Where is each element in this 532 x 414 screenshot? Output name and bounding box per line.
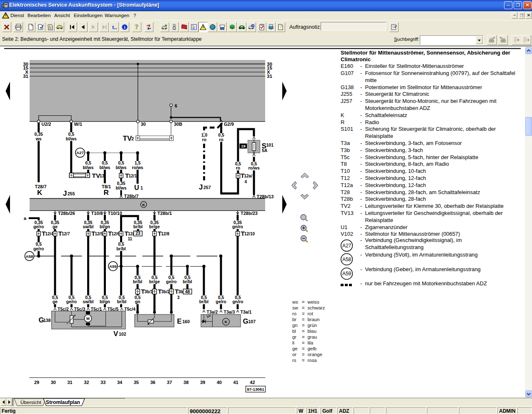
- svg-text:37: 37: [167, 380, 172, 385]
- svg-text:31: 31: [23, 74, 28, 79]
- svg-text:A58: A58: [26, 254, 34, 259]
- svg-text:sw/bl: sw/bl: [83, 224, 94, 229]
- svg-text:K: K: [37, 189, 43, 197]
- svg-text:br/ge: br/ge: [149, 224, 160, 229]
- svg-text:T5c/1: T5c/1: [91, 307, 102, 312]
- svg-text:bl/gn: bl/gn: [100, 299, 110, 304]
- svg-text:1: 1: [141, 185, 143, 190]
- svg-text:T3a/1: T3a/1: [241, 309, 252, 314]
- svg-text:23: 23: [136, 231, 141, 236]
- svg-text:3b/2: 3b/2: [161, 289, 170, 294]
- svg-text:ro: ro: [236, 166, 240, 170]
- svg-text:40: 40: [217, 380, 222, 385]
- svg-text:A58: A58: [342, 257, 351, 262]
- svg-text:T10/8: T10/8: [91, 211, 103, 216]
- svg-text:32: 32: [84, 380, 89, 385]
- svg-text:ro/ws: ro/ws: [248, 166, 260, 170]
- svg-text:A27: A27: [342, 243, 351, 249]
- svg-text:T5c/3: T5c/3: [74, 307, 85, 312]
- svg-text:T10/10: T10/10: [108, 211, 122, 216]
- svg-text:19: 19: [241, 144, 246, 148]
- svg-text:Übersicht: Übersicht: [20, 399, 42, 405]
- svg-text:ge/ro: ge/ro: [33, 224, 44, 229]
- svg-text:30: 30: [141, 122, 146, 127]
- svg-text:br/bl: br/bl: [133, 279, 143, 284]
- svg-text:30B: 30B: [174, 122, 182, 127]
- svg-text:T5c/4: T5c/4: [124, 307, 136, 312]
- svg-text:bl/ws: bl/ws: [116, 165, 127, 170]
- svg-text:sw/bl: sw/bl: [83, 299, 94, 304]
- svg-text:V: V: [113, 330, 118, 338]
- svg-text:12/4: 12/4: [45, 232, 54, 236]
- svg-text:?: ?: [135, 24, 138, 30]
- svg-text:T5c/2: T5c/2: [58, 307, 69, 312]
- svg-text:i: i: [124, 25, 125, 30]
- svg-text:T28b/1: T28b/1: [158, 211, 172, 216]
- svg-text:6: 6: [175, 103, 177, 108]
- svg-text:gn/ro: gn/ro: [233, 299, 243, 304]
- svg-text:12/7: 12/7: [62, 232, 70, 236]
- svg-text:J: J: [199, 183, 203, 191]
- svg-text:255: 255: [68, 191, 75, 196]
- svg-text:T28b/13: T28b/13: [257, 194, 274, 199]
- svg-text:97-13061: 97-13061: [247, 387, 264, 392]
- svg-text:br/bl: br/bl: [116, 247, 126, 251]
- svg-text:3: 3: [177, 295, 180, 300]
- svg-text:48: 48: [185, 289, 190, 294]
- svg-text:T28b/7: T28b/7: [124, 194, 139, 199]
- svg-text:4: 4: [245, 180, 247, 184]
- svg-text:34: 34: [117, 380, 123, 385]
- svg-text:A59: A59: [109, 264, 117, 269]
- svg-text:bl/gn: bl/gn: [100, 224, 110, 229]
- svg-text:12/: 12/: [128, 232, 134, 236]
- svg-text:ge/ro: ge/ro: [166, 279, 176, 284]
- svg-text:TV: TV: [123, 135, 132, 142]
- svg-text:J: J: [63, 190, 67, 197]
- svg-text:12/8: 12/8: [161, 232, 170, 236]
- svg-text:12a/: 12a/: [244, 174, 253, 178]
- svg-text:36: 36: [150, 380, 155, 385]
- svg-text:U: U: [134, 184, 139, 191]
- svg-text:T28b/23: T28b/23: [241, 211, 258, 216]
- svg-text:29: 29: [34, 380, 39, 385]
- svg-text:160: 160: [183, 319, 190, 324]
- svg-text:W/1: W/1: [74, 122, 83, 127]
- svg-text:11: 11: [128, 237, 133, 241]
- svg-text:TV: TV: [92, 172, 100, 179]
- svg-text:12/1: 12/1: [129, 174, 137, 178]
- svg-text:31: 31: [267, 74, 272, 79]
- svg-text:br/bl: br/bl: [117, 299, 127, 304]
- svg-text:ge: ge: [53, 224, 58, 229]
- svg-text:G: G: [243, 317, 248, 325]
- svg-text:?: ?: [279, 25, 282, 30]
- svg-text:ge/ro: ge/ro: [33, 247, 44, 251]
- svg-text:ge: ge: [53, 299, 58, 304]
- svg-text:T5c/5: T5c/5: [108, 307, 119, 312]
- svg-text:T3a/2: T3a/2: [207, 309, 218, 314]
- svg-text:R: R: [104, 189, 109, 197]
- svg-text:30: 30: [51, 380, 56, 385]
- svg-text:a: a: [24, 216, 27, 221]
- svg-text:br/bl: br/bl: [183, 279, 192, 284]
- svg-text:bl/ws: bl/ws: [83, 165, 94, 170]
- svg-text:107: 107: [248, 319, 256, 324]
- svg-text:ge/ro: ge/ro: [216, 299, 226, 304]
- svg-text:33: 33: [100, 380, 105, 385]
- svg-text:br/bl: br/bl: [133, 224, 143, 229]
- svg-text:102: 102: [119, 332, 126, 337]
- svg-text:101: 101: [266, 142, 274, 147]
- svg-text:42: 42: [250, 380, 255, 385]
- svg-text:38: 38: [183, 380, 188, 385]
- svg-text:ro/ws: ro/ws: [132, 165, 143, 170]
- svg-text:12/10: 12/10: [244, 232, 255, 236]
- svg-text:bl/ws: bl/ws: [99, 165, 110, 170]
- svg-text:E: E: [177, 317, 182, 325]
- svg-text:bl/ws: bl/ws: [116, 186, 127, 190]
- svg-text:Stromlaufplan: Stromlaufplan: [46, 399, 80, 405]
- svg-text:T3a/3: T3a/3: [224, 309, 235, 314]
- svg-text:ge/ro: ge/ro: [66, 299, 77, 304]
- svg-text:K: K: [142, 202, 145, 207]
- svg-text:12/6: 12/6: [112, 232, 120, 236]
- svg-text:31: 31: [67, 380, 72, 385]
- svg-text:138: 138: [43, 318, 51, 323]
